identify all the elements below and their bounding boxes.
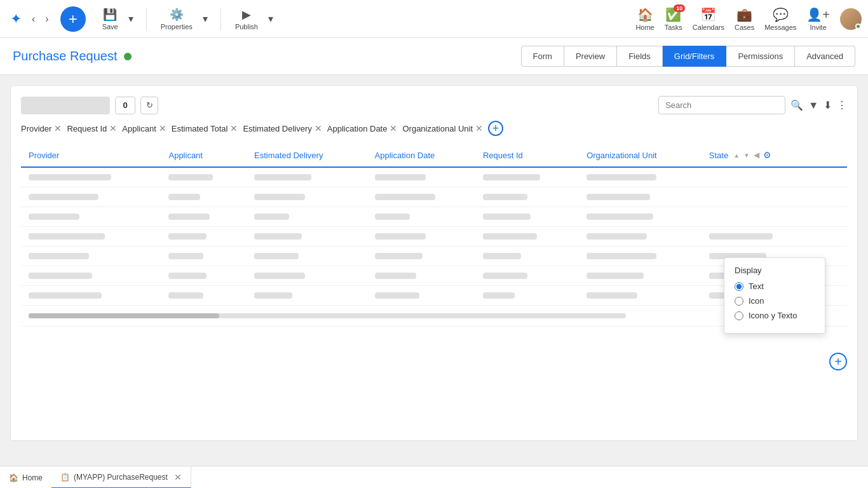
download-button[interactable]: ⬇ — [824, 99, 832, 111]
properties-icon: ⚙️ — [170, 8, 184, 22]
col-header-applicant: Applicant — [161, 144, 247, 167]
cell-skeleton — [483, 233, 537, 240]
page-title: Purchase Request — [13, 49, 118, 64]
properties-dropdown[interactable]: ▾ — [199, 10, 212, 27]
app-logo: ✦ — [6, 11, 25, 27]
user-avatar-wrapper — [840, 8, 862, 29]
scrollbar-thumb[interactable] — [29, 313, 219, 318]
close-tab-button[interactable]: ✕ — [174, 472, 182, 482]
cell-skeleton — [375, 174, 426, 180]
cell-skeleton — [587, 292, 637, 299]
remove-estimated-delivery-filter[interactable]: ✕ — [315, 123, 322, 133]
table-row — [21, 227, 847, 247]
publish-dropdown[interactable]: ▾ — [264, 10, 277, 27]
add-button[interactable]: + — [60, 6, 86, 32]
cell-skeleton — [168, 214, 210, 220]
display-option-icon-text[interactable]: Icono y Texto — [735, 311, 815, 320]
cell-skeleton — [29, 233, 105, 240]
cell-skeleton — [29, 174, 111, 180]
more-options-button[interactable]: ⋮ — [837, 99, 847, 111]
publish-button[interactable]: ▶ Publish — [230, 5, 263, 33]
tab-permissions[interactable]: Permissions — [726, 46, 795, 67]
cell-skeleton — [483, 214, 531, 220]
forward-button[interactable]: › — [41, 11, 52, 27]
col-header-request-id: Request Id — [475, 144, 579, 167]
filter-icon-button[interactable]: ▼ — [808, 100, 818, 111]
tab-preview[interactable]: Preview — [564, 46, 617, 67]
cell-skeleton — [254, 292, 292, 299]
home-tab-icon: 🏠 — [9, 473, 18, 482]
invite-nav-button[interactable]: 👤+ Invite — [806, 7, 830, 31]
display-radio-icon[interactable] — [735, 297, 743, 306]
state-gear-button[interactable]: ⚙ — [763, 150, 771, 160]
cases-nav-label: Cases — [735, 24, 754, 31]
tab-form[interactable]: Form — [521, 46, 564, 67]
cell-skeleton — [375, 292, 419, 299]
tab-fields[interactable]: Fields — [617, 46, 663, 67]
remove-application-date-filter[interactable]: ✕ — [390, 123, 397, 133]
main-content: 0 ↻ 🔍 ▼ ⬇ ⋮ Provider ✕ Request Id ✕ Appl… — [0, 75, 868, 466]
calendars-nav-button[interactable]: 📅 Calendars — [693, 7, 724, 31]
display-popup: Display Text Icon Icono y Texto — [724, 257, 825, 334]
search-button[interactable]: 🔍 — [790, 99, 803, 111]
cell-skeleton — [483, 292, 515, 299]
save-icon: 💾 — [103, 8, 117, 22]
refresh-button[interactable]: ↻ — [140, 97, 158, 114]
filter-tag-applicant: Applicant ✕ — [122, 123, 166, 133]
display-radio-icon-text[interactable] — [735, 311, 743, 320]
cell-skeleton — [587, 174, 656, 180]
col-header-org-unit: Organizational Unit — [579, 144, 702, 167]
filter-skeleton — [21, 97, 110, 114]
add-column-button[interactable]: + — [829, 353, 847, 370]
cell-skeleton — [168, 233, 207, 240]
tab-advanced[interactable]: Advanced — [795, 46, 855, 67]
bottom-home-tab[interactable]: 🏠 Home — [0, 466, 51, 488]
divider-2 — [220, 8, 221, 30]
display-radio-text[interactable] — [735, 282, 743, 291]
state-col-header-inner: State ▲ ▼ ◀ ⚙ — [709, 150, 839, 160]
filter-tag-org-unit: Organizational Unit ✕ — [402, 123, 483, 133]
filter-tag-provider: Provider ✕ — [21, 123, 62, 133]
cases-nav-button[interactable]: 💼 Cases — [735, 7, 754, 31]
display-option-icon[interactable]: Icon — [735, 296, 815, 306]
search-input[interactable] — [658, 96, 785, 114]
back-button[interactable]: ‹ — [28, 11, 39, 27]
home-nav-icon: 🏠 — [637, 7, 653, 22]
display-option-text[interactable]: Text — [735, 281, 815, 291]
add-filter-button[interactable]: + — [488, 121, 503, 136]
tasks-badge-wrapper: ✅ 10 — [665, 7, 681, 22]
toolbar-left: ✦ ‹ › + 💾 Save ▾ ⚙️ Properties ▾ ▶ — [6, 5, 281, 33]
filter-tag-estimated-total: Estimated Total ✕ — [172, 123, 238, 133]
cell-skeleton — [254, 194, 305, 200]
bottom-app-tab[interactable]: 📋 (MYAPP) PurchaseRequest ✕ — [51, 466, 191, 488]
col-header-provider: Provider — [21, 144, 161, 167]
home-nav-label: Home — [635, 24, 654, 31]
properties-label: Properties — [161, 23, 193, 30]
page-header: Purchase Request Form Preview Fields Gri… — [0, 38, 868, 75]
home-nav-button[interactable]: 🏠 Home — [635, 7, 654, 31]
cell-skeleton — [483, 273, 527, 279]
messages-nav-button[interactable]: 💬 Messages — [764, 7, 796, 31]
save-dropdown[interactable]: ▾ — [125, 10, 137, 27]
calendars-nav-icon: 📅 — [700, 7, 716, 22]
sort-left-icon[interactable]: ◀ — [754, 151, 759, 159]
cell-skeleton — [254, 214, 289, 220]
save-button[interactable]: 💾 Save — [97, 5, 123, 33]
properties-button[interactable]: ⚙️ Properties — [156, 5, 198, 33]
cell-skeleton — [709, 233, 773, 240]
cell-skeleton — [29, 273, 92, 279]
main-toolbar: ✦ ‹ › + 💾 Save ▾ ⚙️ Properties ▾ ▶ — [0, 0, 868, 38]
remove-provider-filter[interactable]: ✕ — [54, 123, 62, 133]
scrollbar-track — [29, 313, 626, 318]
tasks-nav-button[interactable]: ✅ 10 Tasks — [665, 7, 682, 31]
remove-org-unit-filter[interactable]: ✕ — [475, 123, 483, 133]
toolbar-right: 🏠 Home ✅ 10 Tasks 📅 Calendars 💼 Cases 💬 … — [635, 7, 862, 31]
remove-estimated-total-filter[interactable]: ✕ — [230, 123, 238, 133]
sort-desc-icon[interactable]: ▼ — [743, 152, 750, 159]
tab-grid-filters[interactable]: Grid/Filters — [663, 46, 727, 67]
cell-skeleton — [483, 194, 527, 200]
save-group: 💾 Save ▾ — [93, 5, 141, 33]
remove-request-id-filter[interactable]: ✕ — [109, 123, 117, 133]
remove-applicant-filter[interactable]: ✕ — [159, 123, 166, 133]
sort-asc-icon[interactable]: ▲ — [733, 152, 740, 159]
